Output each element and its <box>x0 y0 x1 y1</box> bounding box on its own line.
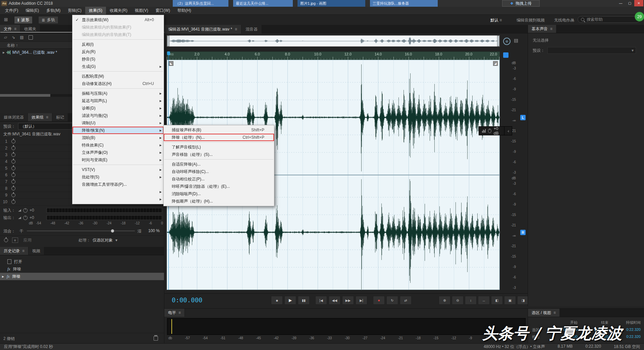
minimize-button[interactable]: — <box>616 0 625 6</box>
zoom-out-amplitude-button[interactable]: ↔ <box>478 296 490 305</box>
history-entry[interactable]: fx降噪 <box>0 265 164 273</box>
slot-power-button[interactable] <box>11 166 15 170</box>
tab-selection-view[interactable]: 选区 / 视图≡ <box>528 309 560 317</box>
volume-hud[interactable]: +0 dB ⫞ <box>479 126 512 135</box>
zoom-selection-left-button[interactable]: ◧ <box>491 296 503 305</box>
overview-waveform-canvas[interactable] <box>167 36 499 46</box>
menu-item-row[interactable]: 捕捉噪声样本(B)Shift+P <box>164 126 274 134</box>
current-time-display[interactable]: 0:00.000 <box>172 296 203 304</box>
menu-item-row[interactable]: 匹配响度(M) <box>72 73 164 80</box>
menu-item-row[interactable]: 自动相位校正(P)... <box>164 175 274 183</box>
slot-power-button[interactable] <box>11 173 15 177</box>
zoom-navigator[interactable] <box>167 35 500 47</box>
multitrack-view-button[interactable]: ≣ 多轨 <box>38 16 58 24</box>
drag-upload-button[interactable]: ❖ 拖拽上传 <box>502 0 540 7</box>
timeline-ruler[interactable]: ms2.04.06.08.010.012.014.016.018.020.022… <box>167 51 500 60</box>
workspace-menu-icon[interactable]: ≡ <box>499 18 502 23</box>
slot-power-button[interactable] <box>11 180 15 184</box>
dropdown-arrow-icon[interactable]: ▾ <box>115 238 117 243</box>
panel-menu-icon[interactable]: ≡ <box>553 309 556 317</box>
hud-gain-control[interactable]: +0 dB <box>479 126 504 135</box>
slot-power-button[interactable] <box>11 146 15 150</box>
play-button[interactable]: ▶ <box>284 296 296 305</box>
fast-forward-button[interactable]: ▶▶ <box>342 296 354 305</box>
maximize-button[interactable]: ▢ <box>625 0 634 6</box>
menu-item-row[interactable]: 了解声音模型(L) <box>164 143 274 151</box>
timeline-canvas[interactable] <box>167 51 500 60</box>
panel-menu-icon[interactable]: ≡ <box>550 25 552 33</box>
help-search-box[interactable]: 搜索帮助 <box>578 16 640 23</box>
menubar-item[interactable]: 窗口(W) <box>152 7 174 14</box>
fade-out-handle[interactable]: ◢ <box>493 61 498 66</box>
tab-mixer[interactable]: 混音器 <box>241 25 262 34</box>
background-window-fragment[interactable]: 最近这几天什么情... <box>233 0 293 7</box>
docked-panel-icon[interactable] <box>503 52 508 58</box>
process-value-dropdown[interactable]: 仅选区对象 <box>93 237 113 243</box>
menu-item-row[interactable]: 振幅与压限(A)▶ <box>72 90 164 97</box>
skip-selection-button[interactable]: ⇄ <box>400 296 412 305</box>
rack-power-button[interactable] <box>4 238 8 242</box>
hud-fader-icon[interactable]: ⫞ <box>504 126 512 135</box>
waveform-view-button[interactable]: ⦀ 波形 <box>14 16 33 24</box>
panel-menu-icon[interactable]: ≡ <box>46 113 48 121</box>
screenshot-tool-badge[interactable]: 29 <box>635 12 644 21</box>
input-gain-knob[interactable] <box>23 208 28 213</box>
playhead-handle[interactable] <box>167 51 170 55</box>
menu-item-row[interactable]: 延迟与回声(L)▶ <box>72 97 164 104</box>
zoom-to-selection-button[interactable]: ▣ <box>504 296 516 305</box>
slot-power-button[interactable] <box>11 200 15 204</box>
history-entry[interactable]: 打开 <box>0 258 164 265</box>
zoom-in-time-button[interactable]: ⊕ <box>439 296 450 305</box>
menu-item-row[interactable]: 音频增效工具管理器(P)... <box>72 181 164 188</box>
menu-item-row[interactable]: VST(V)▶ <box>72 166 164 173</box>
workspace-edit-av[interactable]: 编辑音频到视频 <box>517 17 545 23</box>
menu-item-row[interactable]: 自动修复选区(H)Ctrl+U <box>72 80 164 87</box>
workspace-default[interactable]: 默认 ≡ <box>490 17 502 23</box>
slot-power-button[interactable] <box>11 160 15 164</box>
menubar-item[interactable]: 多轨(M) <box>43 7 64 14</box>
record-button[interactable]: ● <box>373 296 385 305</box>
rack-list-toggle-icon[interactable]: ≡ <box>12 237 18 243</box>
menu-item-row[interactable]: ✓显示效果组(W)Alt+0 <box>72 16 164 24</box>
panel-list-icon[interactable]: ▤ <box>514 38 518 43</box>
tab-media-browser[interactable]: 媒体浏览器 <box>0 113 28 121</box>
background-window-fragment[interactable]: 图片1.jpg - 画图 <box>298 0 365 7</box>
menu-item-row[interactable]: 时间与变调(E)▶ <box>72 156 164 164</box>
zoom-out-time-button[interactable]: ⊖ <box>452 296 464 305</box>
menu-item-row[interactable]: 立体声声像(O)▶ <box>72 149 164 156</box>
rewind-button[interactable]: ◀◀ <box>329 296 340 305</box>
menu-item-row[interactable]: 降噪/恢复(N)▶ <box>72 127 164 134</box>
menubar-item[interactable]: 编辑(E) <box>22 7 43 14</box>
menu-item-row[interactable]: 静音(S) <box>72 55 164 63</box>
mix-slider-track[interactable] <box>27 231 135 231</box>
menubar-item[interactable]: 视图(V) <box>131 7 152 14</box>
menu-item-row[interactable]: 自动咔嗒声移除(C)... <box>164 168 274 175</box>
panel-menu-icon[interactable]: ≡ <box>178 309 181 317</box>
zoom-selection-right-button[interactable]: ◨ <box>517 296 529 305</box>
menu-item-row[interactable]: ▶ <box>72 195 164 203</box>
menu-item-row[interactable]: 混响(B)▶ <box>72 134 164 141</box>
layout-grid-icon[interactable]: ⊞ <box>4 17 8 22</box>
menu-item-row[interactable]: 咔嗒声/爆音消除器（处理）(E)... <box>164 183 274 190</box>
tab-video[interactable]: 视频 <box>29 247 44 255</box>
loop-button[interactable]: ↻ <box>386 296 398 305</box>
trash-icon[interactable] <box>29 35 33 40</box>
menu-item-row[interactable]: 编辑效果组内的剪辑效果(F) <box>72 24 164 31</box>
menu-item-row[interactable]: 声音移除（处理）(S)... <box>164 151 274 158</box>
tab-levels[interactable]: 电平≡ <box>164 309 185 317</box>
navigator-left-handle[interactable] <box>167 36 169 46</box>
column-name[interactable]: 名称 ↑ <box>7 43 18 48</box>
skip-to-end-button[interactable]: ▶| <box>356 296 367 305</box>
menu-item-row[interactable]: 特殊效果(C)▶ <box>72 141 164 149</box>
tab-editor[interactable]: 编辑器:MVI_3641 音频已提取.wav *≡ <box>164 25 241 34</box>
panel-menu-icon[interactable]: ≡ <box>235 27 237 32</box>
slot-power-button[interactable] <box>11 193 15 197</box>
output-gain-knob[interactable] <box>23 216 28 220</box>
fade-in-handle[interactable]: ◣ <box>169 61 173 66</box>
close-button[interactable]: ✕ <box>634 0 643 6</box>
menu-item-row[interactable]: 滤波与均衡(Q)▶ <box>72 112 164 119</box>
menu-item-row[interactable]: 编辑效果组内的音轨效果(T) <box>72 31 164 38</box>
navigator-right-handle[interactable] <box>497 36 499 46</box>
menubar-item[interactable]: 收藏夹(R) <box>106 7 131 14</box>
import-file-icon[interactable]: ⇘ <box>12 35 15 40</box>
